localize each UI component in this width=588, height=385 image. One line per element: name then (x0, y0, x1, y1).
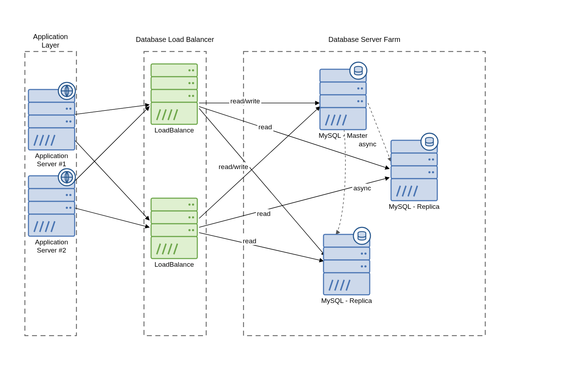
node-app-server-1: Application Server #1 (28, 82, 75, 168)
svg-text:Server #2: Server #2 (37, 246, 66, 254)
edge-label-rw2: read/write (218, 162, 250, 171)
svg-text:read/write: read/write (230, 97, 260, 105)
node-mysql-replica-2: MySQL - Replica (321, 227, 372, 304)
svg-text:LoadBalance: LoadBalance (155, 261, 194, 268)
architecture-diagram: Application Layer Database Load Balancer… (0, 0, 588, 385)
svg-text:Application: Application (35, 238, 68, 246)
svg-text:MySQL - Master: MySQL - Master (319, 132, 368, 139)
edge-label-async2: async (352, 184, 373, 192)
edge-master-replica2 (336, 130, 346, 234)
node-mysql-master: MySQL - Master (319, 62, 368, 139)
edge-master-replica1 (368, 103, 391, 162)
database-icon (353, 227, 370, 244)
database-icon (350, 62, 367, 79)
globe-icon (58, 82, 75, 99)
svg-text:async: async (359, 140, 376, 148)
svg-text:Server #1: Server #1 (37, 160, 66, 168)
edge-label-rd3: read (242, 237, 258, 245)
group-title-farm: Database Server Farm (328, 36, 400, 43)
group-title-app-l2: Layer (42, 41, 59, 49)
globe-icon (58, 169, 75, 186)
svg-text:Application: Application (35, 152, 68, 159)
edge-lb2-replica2 (199, 233, 324, 261)
svg-text:MySQL - Replica: MySQL - Replica (321, 297, 372, 304)
edge-label-async1: async (358, 140, 378, 148)
edge-label-rw1: read/write (229, 97, 261, 105)
edge-label-rd1: read (257, 123, 273, 131)
svg-text:read: read (258, 123, 272, 131)
svg-text:LoadBalance: LoadBalance (155, 126, 194, 134)
svg-text:read: read (257, 210, 271, 217)
svg-text:read/write: read/write (219, 163, 248, 170)
node-mysql-replica-1: MySQL - Replica (389, 133, 440, 210)
node-load-balancer-1: LoadBalance (151, 64, 197, 134)
edge-label-rd2: read (256, 209, 272, 218)
group-title-app-l1: Application (33, 33, 68, 40)
node-app-server-2: Application Server #2 (28, 169, 75, 254)
node-load-balancer-2: LoadBalance (151, 198, 197, 268)
svg-text:read: read (243, 237, 256, 245)
svg-text:MySQL - Replica: MySQL - Replica (389, 203, 440, 210)
group-title-lb: Database Load Balancer (136, 36, 214, 43)
database-icon (421, 133, 438, 150)
svg-text:async: async (353, 184, 371, 192)
